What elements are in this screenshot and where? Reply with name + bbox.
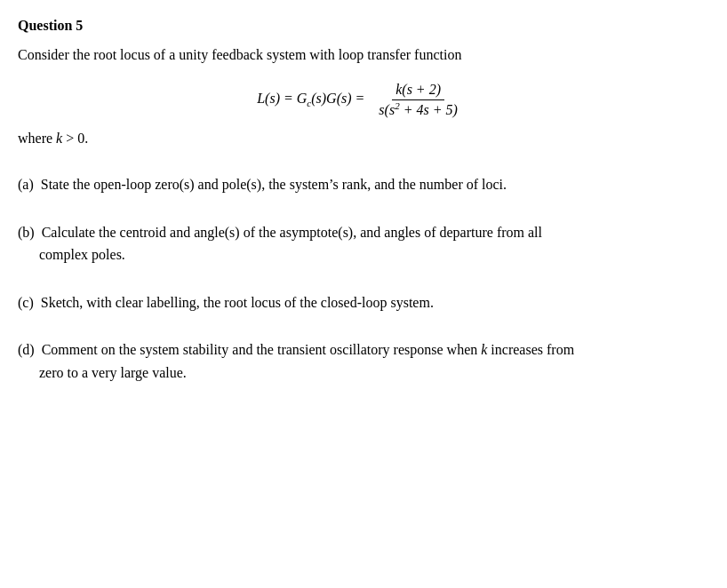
part-b-label: (b) [18, 225, 35, 240]
equation-left: L(s) = Gc(s)G(s) = [257, 91, 368, 108]
equation-fraction: k(s + 2) s(s2 + 4s + 5) [375, 82, 460, 118]
part-b-text-line1: Calculate the centroid and angle(s) of t… [42, 225, 542, 240]
part-d: (d) Comment on the system stability and … [18, 338, 700, 384]
part-d-line2: zero to a very large value. [39, 362, 700, 385]
fraction-denominator: s(s2 + 4s + 5) [375, 100, 460, 118]
part-a-text: State the open-loop zero(s) and pole(s),… [41, 177, 507, 192]
part-d-line1: (d) Comment on the system stability and … [18, 338, 700, 362]
part-c-label: (c) [18, 295, 34, 310]
equation-block: L(s) = Gc(s)G(s) = k(s + 2) s(s2 + 4s + … [18, 82, 700, 118]
part-b-text-line2: complex poles. [39, 247, 125, 262]
where-condition: where k > 0. [18, 131, 700, 147]
part-d-label: (d) [18, 342, 35, 357]
part-b: (b) Calculate the centroid and angle(s) … [18, 221, 700, 266]
part-c: (c) Sketch, with clear labelling, the ro… [18, 291, 700, 314]
part-a: (a) State the open-loop zero(s) and pole… [18, 173, 700, 196]
part-d-text-line1: Comment on the system stability and the … [42, 342, 574, 357]
part-b-line1: (b) Calculate the centroid and angle(s) … [18, 221, 700, 244]
intro-text: Consider the root locus of a unity feedb… [18, 44, 700, 66]
part-d-text-line2: zero to a very large value. [39, 365, 187, 380]
part-a-label: (a) [18, 177, 34, 192]
part-b-line2: complex poles. [39, 243, 700, 266]
fraction-numerator: k(s + 2) [392, 82, 444, 100]
question-title: Question 5 [18, 18, 700, 34]
part-c-text: Sketch, with clear labelling, the root l… [41, 295, 434, 310]
